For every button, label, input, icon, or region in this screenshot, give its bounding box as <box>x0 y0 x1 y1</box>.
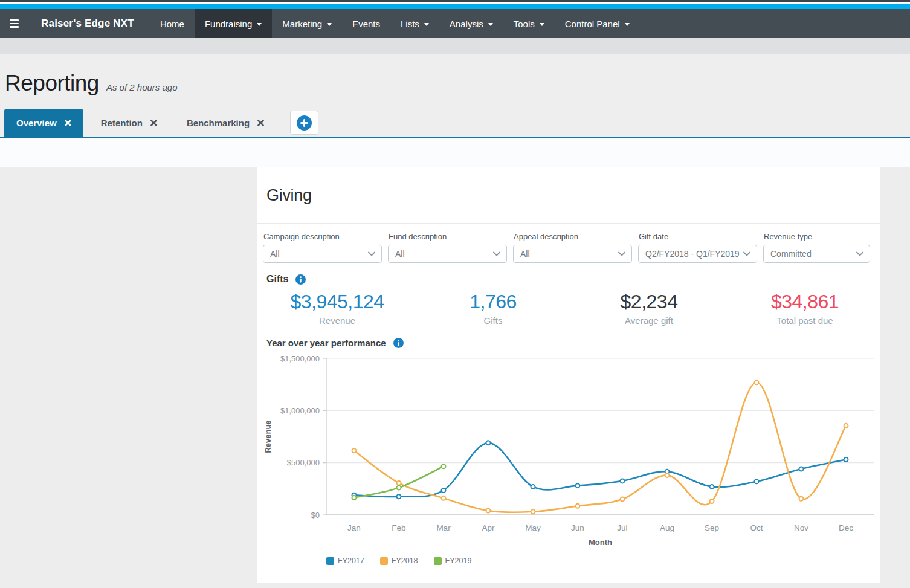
filter-campaign-description: Campaign description All <box>263 232 382 263</box>
close-icon[interactable] <box>150 120 157 126</box>
svg-text:May: May <box>525 523 541 532</box>
legend-item-fy2017[interactable]: FY2017 <box>326 557 364 565</box>
chevron-down-icon <box>540 23 544 26</box>
filter-revenue-type: Revenue type Committed <box>763 232 870 263</box>
app-brand[interactable]: Raiser's Edge NXT <box>28 9 150 38</box>
campaign-description-select[interactable]: All <box>263 245 382 263</box>
chevron-down-icon <box>625 23 630 26</box>
svg-text:Apr: Apr <box>482 523 495 532</box>
stat-total-past-due: $34,861 Total past due <box>729 289 880 326</box>
svg-text:$1,000,000: $1,000,000 <box>280 406 320 415</box>
svg-text:Jan: Jan <box>347 523 361 532</box>
close-icon[interactable] <box>257 120 264 126</box>
kpi-stats-row: $3,945,124 Revenue 1,766 Gifts $2,234 Av… <box>257 289 880 326</box>
stat-gifts-value[interactable]: 1,766 <box>418 289 569 314</box>
legend-item-fy2019[interactable]: FY2019 <box>434 557 472 565</box>
svg-text:Nov: Nov <box>794 523 808 532</box>
hamburger-icon <box>10 19 19 28</box>
nav-item-tools[interactable]: Tools <box>503 9 555 38</box>
chevron-down-icon <box>488 23 493 26</box>
tab-overview[interactable]: Overview <box>4 109 83 137</box>
page-header: Reporting As of 2 hours ago Overview Ret… <box>0 54 910 138</box>
chevron-down-icon <box>257 23 262 26</box>
stat-average-gift: $2,234 Average gift <box>573 289 724 326</box>
svg-text:Sep: Sep <box>705 523 719 532</box>
nav-menu: Home Fundraising Marketing Events Lists … <box>150 9 640 38</box>
gifts-heading: Gifts <box>266 274 288 285</box>
info-icon[interactable] <box>295 274 306 285</box>
svg-text:Oct: Oct <box>750 523 763 532</box>
nav-item-home[interactable]: Home <box>150 9 195 38</box>
svg-text:$0: $0 <box>311 511 320 520</box>
top-navbar: Raiser's Edge NXT Home Fundraising Marke… <box>0 9 910 38</box>
legend-item-fy2018[interactable]: FY2018 <box>380 557 418 565</box>
stat-revenue: $3,945,124 Revenue <box>262 289 413 326</box>
stat-gifts: 1,766 Gifts <box>418 289 569 326</box>
stat-average-gift-label: Average gift <box>573 315 724 326</box>
section-divider <box>257 223 880 224</box>
stat-average-gift-value: $2,234 <box>573 289 724 314</box>
nav-item-analysis[interactable]: Analysis <box>439 9 503 38</box>
stat-revenue-value[interactable]: $3,945,124 <box>262 289 413 314</box>
svg-text:Dec: Dec <box>839 523 853 532</box>
chevron-down-icon <box>424 23 429 26</box>
chart-title: Year over year performance <box>266 338 386 348</box>
gift-date-select[interactable]: Q2/FY2018 - Q1/FY2019 <box>638 245 757 263</box>
page-title: Reporting <box>5 71 99 96</box>
svg-text:Jul: Jul <box>617 523 627 532</box>
legend-swatch-fy2018 <box>380 557 388 565</box>
svg-text:Aug: Aug <box>660 523 674 532</box>
filter-appeal-description: Appeal description All <box>513 232 632 263</box>
svg-text:Jun: Jun <box>571 523 584 532</box>
last-refreshed-text: As of 2 hours ago <box>106 82 178 92</box>
nav-item-fundraising[interactable]: Fundraising <box>195 9 272 38</box>
brand-accent-strip <box>0 4 910 9</box>
stat-gifts-label: Gifts <box>418 315 569 326</box>
chevron-down-icon <box>493 251 500 256</box>
chevron-down-icon <box>743 251 750 256</box>
report-tabbar: Overview Retention Benchmarking <box>0 109 910 137</box>
content-area: Giving Campaign description All Fund des… <box>0 167 910 583</box>
sub-nav-band <box>0 38 910 54</box>
chevron-down-icon <box>368 251 375 256</box>
stat-revenue-label: Revenue <box>262 315 413 326</box>
fund-description-select[interactable]: All <box>388 245 507 263</box>
filter-fund-description: Fund description All <box>388 232 507 263</box>
filter-label: Gift date <box>639 232 757 241</box>
svg-text:Feb: Feb <box>392 523 405 532</box>
filter-label: Revenue type <box>764 232 870 241</box>
chevron-down-icon <box>618 251 625 256</box>
giving-panel: Giving Campaign description All Fund des… <box>257 167 880 583</box>
nav-item-marketing[interactable]: Marketing <box>272 9 342 38</box>
nav-item-lists[interactable]: Lists <box>390 9 439 38</box>
filter-row: Campaign description All Fund descriptio… <box>263 232 880 263</box>
chevron-down-icon <box>327 23 332 26</box>
revenue-type-select[interactable]: Committed <box>763 245 870 263</box>
filter-label: Campaign description <box>263 232 382 241</box>
tab-benchmarking[interactable]: Benchmarking <box>175 109 276 137</box>
appeal-description-select[interactable]: All <box>513 245 632 263</box>
reporting-page: Raiser's Edge NXT Home Fundraising Marke… <box>0 0 910 588</box>
svg-text:Mar: Mar <box>436 523 451 532</box>
info-icon[interactable] <box>393 338 404 348</box>
yoy-line-chart: $0$500,000$1,000,000$1,500,000JanFebMarA… <box>263 351 876 553</box>
tab-retention[interactable]: Retention <box>89 109 169 137</box>
legend-swatch-fy2017 <box>326 557 334 565</box>
chevron-down-icon <box>856 251 863 256</box>
section-title-giving: Giving <box>266 184 880 206</box>
stat-total-past-due-label: Total past due <box>729 315 880 326</box>
close-icon[interactable] <box>65 120 71 126</box>
hamburger-menu-button[interactable] <box>0 9 28 38</box>
chart-legend: FY2017 FY2018 FY2019 <box>326 557 880 565</box>
filter-label: Fund description <box>389 232 507 241</box>
add-tab-button[interactable] <box>290 111 318 135</box>
svg-text:Month: Month <box>589 538 612 547</box>
nav-item-control-panel[interactable]: Control Panel <box>555 9 640 38</box>
svg-text:$1,500,000: $1,500,000 <box>280 354 320 363</box>
svg-text:Revenue: Revenue <box>263 420 273 453</box>
toolbar-band <box>0 138 910 167</box>
stat-total-past-due-value[interactable]: $34,861 <box>729 289 880 314</box>
svg-text:$500,000: $500,000 <box>287 458 320 467</box>
legend-swatch-fy2019 <box>434 557 442 565</box>
nav-item-events[interactable]: Events <box>342 9 390 38</box>
